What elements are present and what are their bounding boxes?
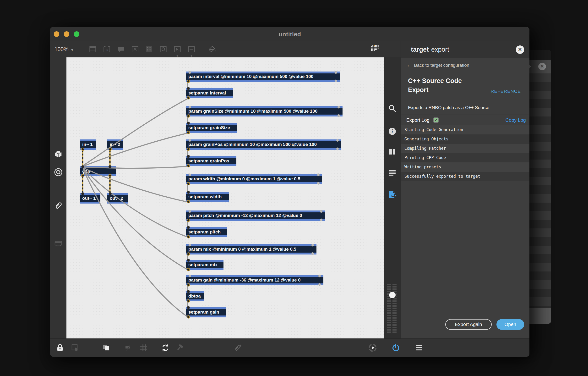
number-box-icon[interactable] [159,45,167,53]
background-window-footer [527,308,551,324]
gain-slider[interactable] [387,284,398,333]
patcher-box-label: in~ 1 [82,142,93,147]
export-icon[interactable] [388,190,397,199]
export-log-line: Writing presets [401,162,529,172]
toggle-icon[interactable] [187,45,196,53]
patcher-box-label: param mix @minimum 0 @maximum 1 @value 0… [188,247,296,252]
back-link-label: Back to target configuration [414,63,469,68]
export-description: Exports a RNBO patch as a C++ Source [408,105,489,110]
patcher-box-set[interactable]: setparam gain [186,307,226,317]
patcher-box-param[interactable]: param interval @minimum 10 @maximum 500 … [186,72,340,82]
columns-icon[interactable] [388,147,397,156]
patcher-box-label: param width @minimum 0 @maximum 1 @value… [188,176,300,181]
comment-icon[interactable] [117,45,125,53]
message-box-icon[interactable]: m [103,45,111,53]
background-window-rows [527,74,551,308]
flag-icon[interactable] [124,343,133,352]
patcher-box-label: in~ 2 [110,142,120,147]
patcher-box-param[interactable]: param grainSize @minimum 10 @maximum 500… [186,106,343,117]
chevron-down-icon: ▼ [71,48,74,52]
target-circle-icon[interactable] [53,167,63,177]
right-toolbar: i [384,57,401,338]
key-grid-icon[interactable] [371,44,379,52]
patcher-box-set[interactable]: setparam grainPos [186,156,236,166]
target-export-panel: targetexport ✕ ←Back to target configura… [401,41,529,338]
copy-log-link[interactable]: Copy Log [505,115,526,125]
patcher-box-label: setparam mix [188,262,218,267]
patcher-box-set[interactable]: setparam pitch [186,227,227,237]
search-icon[interactable] [388,104,397,113]
drawer-icon[interactable] [53,238,63,248]
close-icon[interactable]: ✕ [538,63,546,70]
open-button[interactable]: Open [496,319,524,330]
play-circle-icon[interactable] [368,343,377,352]
svg-text:i: i [391,128,393,134]
back-to-target-configuration-link[interactable]: ←Back to target configuration [407,62,469,68]
info-icon[interactable]: i [388,127,397,136]
export-log-line: Compiling Patcher [401,144,529,153]
paperclip-plus-icon[interactable] [233,343,243,352]
patcher-box-set[interactable]: setparam width [186,192,229,202]
paint-bucket-icon[interactable] [209,45,217,53]
power-icon[interactable] [391,343,400,352]
reference-link[interactable]: REFERENCE [491,89,521,94]
panel-icon[interactable] [145,45,153,53]
patcher-box-param[interactable]: param mix @minimum 0 @maximum 1 @value 0… [186,244,316,255]
close-icon[interactable]: ✕ [516,45,524,54]
patcher-box-label: param pitch @minimum -12 @maximum 12 @va… [188,213,302,218]
patcher-box-gen[interactable]: gen~ [80,166,116,176]
button-icon[interactable] [131,45,139,53]
patcher-box-in[interactable]: in~ 1 [80,140,96,150]
patcher-box-label: setparam pitch [188,229,220,234]
patcher-box-set[interactable]: setparam mix [186,260,223,270]
left-arrow-icon: ← [407,62,412,68]
patcher-box-in[interactable]: in~ 2 [107,140,123,150]
export-log-rows: Starting Code GenerationGenerating Objec… [401,125,529,181]
list-panel-icon[interactable] [414,343,423,352]
background-window: + ✕ [527,50,551,324]
patcher-box-label: param gain @minimum -36 @maximum 12 @val… [188,278,301,282]
patcher-box-param[interactable]: param gain @minimum -36 @maximum 12 @val… [186,275,323,285]
gain-slider-track [392,284,397,333]
checked-checkbox-icon[interactable]: ✔ [433,118,439,123]
patcher-box-param[interactable]: param width @minimum 0 @maximum 1 @value… [186,174,322,184]
chevron-down-icon[interactable]: ▼ [187,54,196,58]
patcher-box-label: out~ 2 [110,196,123,201]
rnbo-patcher-window: untitled 100%▼ m ▼ ▼ [50,27,529,357]
patcher-canvas[interactable]: param interval @minimum 10 @maximum 500 … [66,57,384,338]
patcher-box-set[interactable]: setparam interval [186,88,233,98]
list-icon[interactable] [388,168,397,177]
titlebar: untitled [50,27,529,41]
panel-header: targetexport ✕ [401,41,529,58]
patcher-box-obj[interactable]: dbtoa [186,291,204,301]
export-log-line: Starting Code Generation [401,125,529,134]
refresh-icon[interactable] [161,343,170,352]
gain-slider-knob[interactable] [389,292,396,298]
grid-icon[interactable] [139,343,148,352]
object-box-icon[interactable] [89,45,97,53]
patcher-box-label: setparam interval [188,90,226,96]
lock-icon[interactable] [55,343,64,352]
layers-icon[interactable] [102,343,111,352]
zoom-level-control[interactable]: 100%▼ [54,41,74,57]
patcher-box-label: setparam grainSize [188,125,230,130]
cube-icon[interactable] [53,150,63,159]
export-log-line: Generating Objects [401,134,529,144]
patcher-box-param[interactable]: param grainPos @minimum 10 @maximum 500 … [186,140,341,150]
paperclip-icon[interactable] [53,201,63,211]
patcher-box-label: out~ 1 [82,196,96,201]
zoom-level-value: 100% [54,46,69,52]
patcher-box-label: gen~ [82,169,93,174]
export-heading: C++ Source Code Export [408,76,462,95]
patcher-box-label: param interval @minimum 10 @maximum 500 … [188,74,313,79]
patcher-box-param[interactable]: param pitch @minimum -12 @maximum 12 @va… [186,211,325,221]
patcher-box-out[interactable]: out~ 1 [80,193,100,204]
patcher-box-set[interactable]: setparam grainSize [186,123,237,133]
export-again-button[interactable]: Export Again [445,319,492,330]
patcher-box-out[interactable]: out~ 2 [107,193,128,204]
playbar-icon[interactable] [173,45,181,53]
select-cursor-icon[interactable] [71,343,80,352]
panel-title-rest: export [431,46,449,53]
chevron-down-icon[interactable]: ▼ [173,54,181,58]
hammer-icon[interactable] [175,343,184,352]
